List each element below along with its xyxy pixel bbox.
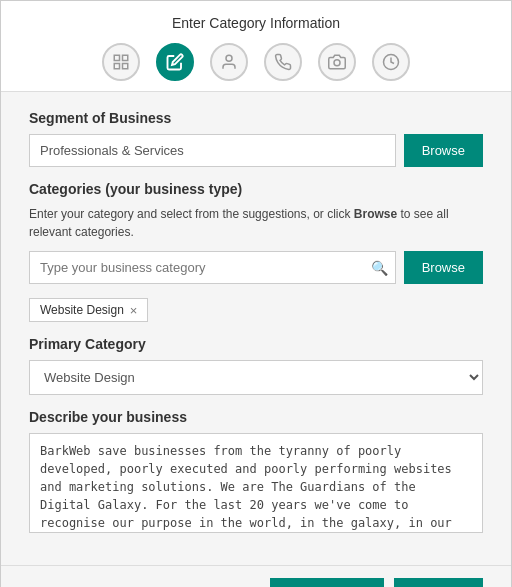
svg-point-5 [334,60,340,66]
modal-title: Enter Category Information [17,15,495,31]
segment-row: Browse [29,134,483,167]
category-search-wrapper: 🔍 [29,251,396,284]
svg-rect-1 [123,55,128,60]
modal-container: Enter Category Information [0,0,512,587]
category-search-input[interactable] [29,251,396,284]
step-1[interactable] [102,43,140,81]
primary-category-label: Primary Category [29,336,483,352]
svg-rect-3 [123,64,128,69]
step-2[interactable] [156,43,194,81]
describe-wrapper: BarkWeb save businesses from the tyranny… [29,433,483,537]
modal-footer: Previous Next [1,565,511,587]
tag-remove-button[interactable]: × [130,304,138,317]
svg-point-4 [226,55,232,61]
step-6[interactable] [372,43,410,81]
svg-rect-2 [114,64,119,69]
step-5[interactable] [318,43,356,81]
modal-body: Segment of Business Browse Categories (y… [1,92,511,565]
step-4[interactable] [264,43,302,81]
modal-header: Enter Category Information [1,1,511,92]
step-3[interactable] [210,43,248,81]
describe-textarea[interactable]: BarkWeb save businesses from the tyranny… [29,433,483,533]
previous-button[interactable]: Previous [270,578,384,587]
tag-label: Website Design [40,303,124,317]
segment-label: Segment of Business [29,110,483,126]
categories-description: Enter your category and select from the … [29,205,483,241]
describe-label: Describe your business [29,409,483,425]
tag-row: Website Design × [29,298,483,322]
search-icon: 🔍 [371,260,388,276]
segment-browse-button[interactable]: Browse [404,134,483,167]
next-button[interactable]: Next [394,578,483,587]
browse-bold: Browse [354,207,397,221]
primary-category-select[interactable]: Website Design [29,360,483,395]
categories-label: Categories (your business type) [29,181,483,197]
steps-indicator [17,43,495,81]
segment-input[interactable] [29,134,396,167]
categories-row: 🔍 Browse [29,251,483,284]
tag-website-design: Website Design × [29,298,148,322]
svg-rect-0 [114,55,119,60]
categories-browse-button[interactable]: Browse [404,251,483,284]
